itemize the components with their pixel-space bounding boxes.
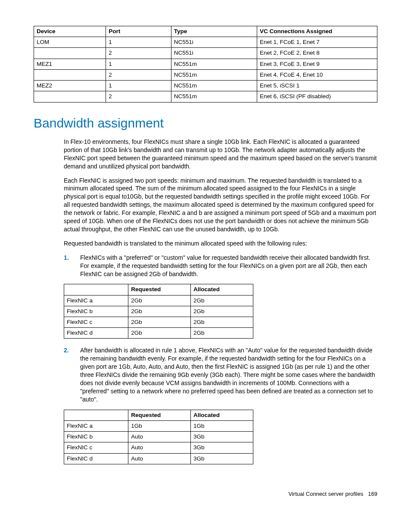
table-header: Allocated bbox=[191, 410, 253, 420]
paragraph: Each FlexNIC is assigned two port speeds… bbox=[64, 177, 377, 233]
table-header: Requested bbox=[128, 410, 191, 420]
table-header: Requested bbox=[128, 284, 191, 295]
table-row: MEZ11NC551mEnet 3, FCoE 3, Enet 9 bbox=[34, 59, 377, 69]
table-row: FlexNIC a1Gb1Gb bbox=[64, 420, 253, 431]
table-row: FlexNIC cAuto3Gb bbox=[64, 442, 253, 453]
footer-section: Virtual Connect server profiles bbox=[289, 491, 364, 497]
table-row: 2NC551mEnet 4, FCoE 4, Enet 10 bbox=[34, 69, 377, 80]
table-header: Device bbox=[34, 26, 106, 37]
table-row: 2NC551iEnet 2, FCoE 2, Enet 8 bbox=[34, 48, 377, 59]
table-row: FlexNIC c2Gb2Gb bbox=[64, 317, 253, 328]
section-heading: Bandwidth assignment bbox=[34, 115, 377, 132]
paragraph: Requested bandwidth is translated to the… bbox=[64, 240, 377, 248]
footer-page: 169 bbox=[368, 491, 377, 497]
table-header: Allocated bbox=[191, 284, 253, 295]
table-row: MEZ21NC551mEnet 5, iSCSI 1 bbox=[34, 81, 377, 91]
table-header bbox=[64, 284, 128, 295]
paragraph: In Flex-10 environments, four FlexNICs m… bbox=[64, 138, 377, 171]
table-row: FlexNIC a2Gb2Gb bbox=[64, 295, 253, 306]
page-footer: Virtual Connect server profiles 169 bbox=[34, 490, 377, 498]
list-text: After bandwidth is allocated in rule 1 a… bbox=[80, 346, 377, 403]
allocation-table-1: Requested Allocated FlexNIC a2Gb2Gb Flex… bbox=[64, 284, 253, 339]
table-row: FlexNIC d2Gb2Gb bbox=[64, 328, 253, 339]
table-row: 2NC551mEnet 6, iSCSI (PF disabled) bbox=[34, 91, 377, 102]
allocation-table-2: Requested Allocated FlexNIC a1Gb1Gb Flex… bbox=[64, 410, 253, 464]
table-header: Port bbox=[106, 26, 171, 37]
table-header: VC Connections Assigned bbox=[257, 26, 377, 37]
table-row: FlexNIC bAuto3Gb bbox=[64, 432, 253, 442]
table-row: LOM1NC551iEnet 1, FCoE 1, Enet 7 bbox=[34, 37, 377, 48]
list-number: 2. bbox=[64, 346, 80, 355]
device-port-table: Device Port Type VC Connections Assigned… bbox=[34, 26, 377, 103]
list-item-2: 2. After bandwidth is allocated in rule … bbox=[64, 346, 377, 403]
list-number: 1. bbox=[64, 254, 80, 262]
table-row: FlexNIC b2Gb2Gb bbox=[64, 306, 253, 317]
list-item-1: 1. FlexNICs with a "preferred" or "custo… bbox=[64, 254, 377, 278]
table-header: Type bbox=[171, 26, 257, 37]
list-text: FlexNICs with a "preferred" or "custom" … bbox=[80, 254, 377, 278]
table-row: FlexNIC dAuto3Gb bbox=[64, 453, 253, 464]
table-header bbox=[64, 410, 128, 420]
